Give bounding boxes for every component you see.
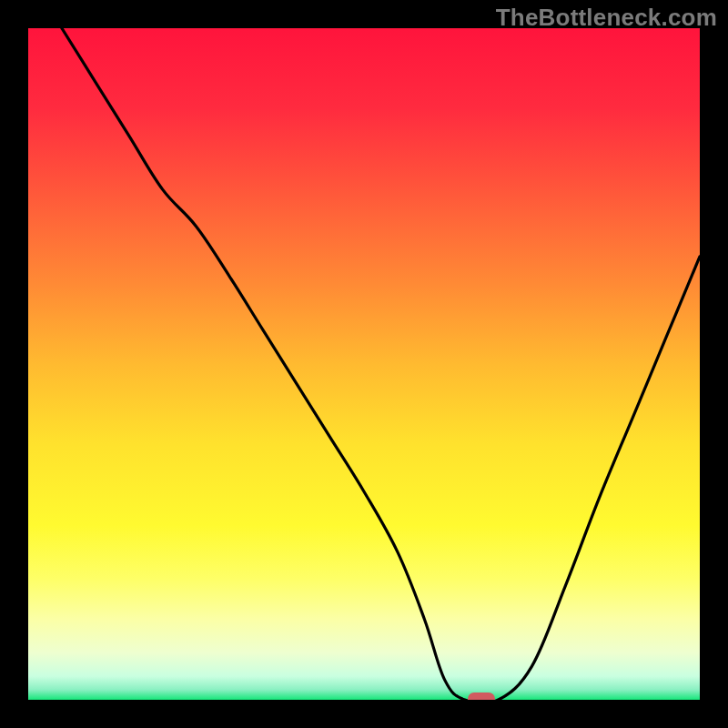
- chart-frame: TheBottleneck.com: [0, 0, 728, 728]
- bottleneck-curve: [28, 28, 700, 700]
- optimal-point-marker: [468, 693, 495, 700]
- plot-area: [28, 28, 700, 700]
